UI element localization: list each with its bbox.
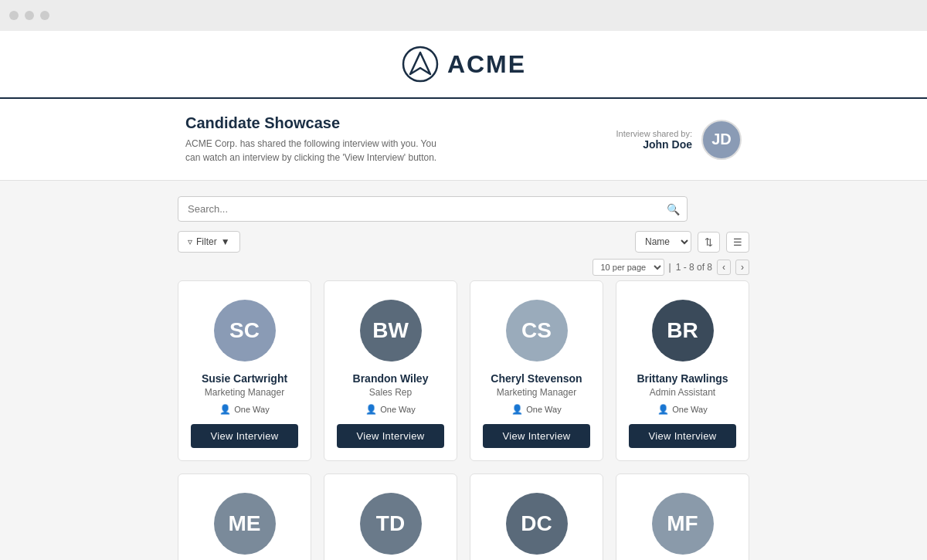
pagination-row: 10 per page 25 per page 50 per page | 1 … — [178, 259, 749, 276]
filter-button[interactable]: ▿ Filter ▼ — [178, 231, 240, 253]
interview-type: 👤 One Way — [219, 404, 269, 415]
candidate-card: DC David Coan Sales Rep 👤 One Way View I… — [470, 473, 603, 560]
filter-chevron: ▼ — [221, 236, 230, 247]
candidate-card: BW Brandon Wiley Sales Rep 👤 One Way Vie… — [324, 280, 457, 461]
subheader: Candidate Showcase ACME Corp. has shared… — [0, 99, 927, 181]
search-icon: 🔍 — [667, 203, 680, 216]
person-icon: 👤 — [657, 404, 669, 415]
avatar: JD — [701, 120, 742, 160]
interview-type: 👤 One Way — [511, 404, 561, 415]
candidate-card: BR Brittany Rawlings Admin Assistant 👤 O… — [616, 280, 749, 461]
avatar-initials: BR — [667, 318, 698, 343]
interview-type-label: One Way — [234, 405, 269, 414]
pagination-separator: | — [669, 262, 671, 273]
candidate-name: Brandon Wiley — [353, 372, 429, 385]
shared-by-label: Interview shared by: — [616, 129, 692, 138]
sort-select[interactable]: Name Date Status — [635, 231, 691, 253]
shared-by-info: Interview shared by: John Doe — [616, 129, 692, 151]
per-page-select[interactable]: 10 per page 25 per page 50 per page — [593, 259, 664, 276]
candidate-card: MF Matthew Fuller Software Engineer 👤 On… — [616, 473, 749, 560]
search-row: 🔍 — [178, 196, 749, 222]
sort-icon-button[interactable]: ⇅ — [698, 232, 720, 253]
avatar-initials: ME — [229, 511, 261, 536]
candidate-name: Susie Cartwright — [202, 372, 287, 385]
candidate-card: ME Madison Everest Marketing Manager 👤 O… — [178, 473, 311, 560]
logo-icon — [401, 45, 440, 83]
controls-row: ▿ Filter ▼ Name Date Status ⇅ ☰ — [178, 231, 749, 253]
candidate-avatar: CS — [506, 300, 568, 361]
candidate-avatar: TD — [360, 493, 422, 555]
interview-type-label: One Way — [380, 405, 415, 414]
candidate-name: Brittany Rawlings — [637, 372, 728, 385]
candidate-grid: SC Susie Cartwright Marketing Manager 👤 … — [178, 280, 749, 560]
candidate-card: TD Trevor Dalton Admin Assistant 👤 One W… — [324, 473, 457, 560]
candidate-title: Admin Assistant — [650, 387, 715, 398]
titlebar-dot-3 — [40, 11, 49, 20]
view-interview-button[interactable]: View Interview — [629, 424, 736, 448]
avatar-initials: TD — [376, 511, 405, 536]
right-controls: Name Date Status ⇅ ☰ — [635, 231, 749, 253]
avatar-initials: BW — [372, 318, 409, 343]
interview-type: 👤 One Way — [365, 404, 415, 415]
search-input[interactable] — [178, 196, 688, 222]
candidate-avatar: SC — [214, 300, 276, 361]
avatar-initials: MF — [667, 511, 698, 536]
list-view-button[interactable]: ☰ — [726, 232, 749, 253]
prev-page-button[interactable]: ‹ — [717, 260, 731, 275]
main-content: 🔍 ▿ Filter ▼ Name Date Status ⇅ ☰ 10 per… — [178, 181, 749, 560]
candidate-title: Sales Rep — [369, 387, 412, 398]
shared-by-name: John Doe — [616, 138, 692, 151]
person-icon: 👤 — [511, 404, 523, 415]
candidate-avatar: BW — [360, 300, 422, 361]
avatar-initials: SC — [229, 318, 260, 343]
candidate-card: SC Susie Cartwright Marketing Manager 👤 … — [178, 280, 311, 461]
pagination-text: 1 - 8 of 8 — [676, 262, 712, 273]
logo-container: ACME — [401, 45, 526, 83]
avatar-initials: DC — [521, 511, 552, 536]
interview-type-label: One Way — [526, 405, 561, 414]
candidate-name: Cheryl Stevenson — [491, 372, 582, 385]
avatar-initials: CS — [521, 318, 552, 343]
subheader-left: Candidate Showcase ACME Corp. has shared… — [185, 114, 448, 165]
logo-text: ACME — [447, 50, 526, 79]
candidate-title: Marketing Manager — [205, 387, 284, 398]
titlebar — [0, 0, 927, 31]
candidate-card: CS Cheryl Stevenson Marketing Manager 👤 … — [470, 280, 603, 461]
interview-type-label: One Way — [672, 405, 707, 414]
page-description: ACME Corp. has shared the following inte… — [185, 137, 448, 165]
titlebar-dot-2 — [25, 11, 34, 20]
view-interview-button[interactable]: View Interview — [191, 424, 298, 448]
candidate-avatar: MF — [652, 493, 714, 555]
interview-type: 👤 One Way — [657, 404, 707, 415]
app-header: ACME — [0, 31, 927, 99]
subheader-right: Interview shared by: John Doe JD — [616, 120, 742, 160]
filter-icon: ▿ — [188, 236, 192, 247]
candidate-title: Marketing Manager — [497, 387, 576, 398]
next-page-button[interactable]: › — [735, 260, 749, 275]
titlebar-dot-1 — [9, 11, 19, 20]
candidate-avatar: ME — [214, 493, 276, 555]
person-icon: 👤 — [219, 404, 231, 415]
view-interview-button[interactable]: View Interview — [337, 424, 444, 448]
candidate-avatar: DC — [506, 493, 568, 555]
view-interview-button[interactable]: View Interview — [483, 424, 590, 448]
page-title: Candidate Showcase — [185, 114, 448, 132]
candidate-avatar: BR — [652, 300, 714, 361]
person-icon: 👤 — [365, 404, 377, 415]
filter-label: Filter — [196, 236, 217, 247]
search-wrapper: 🔍 — [178, 196, 688, 222]
